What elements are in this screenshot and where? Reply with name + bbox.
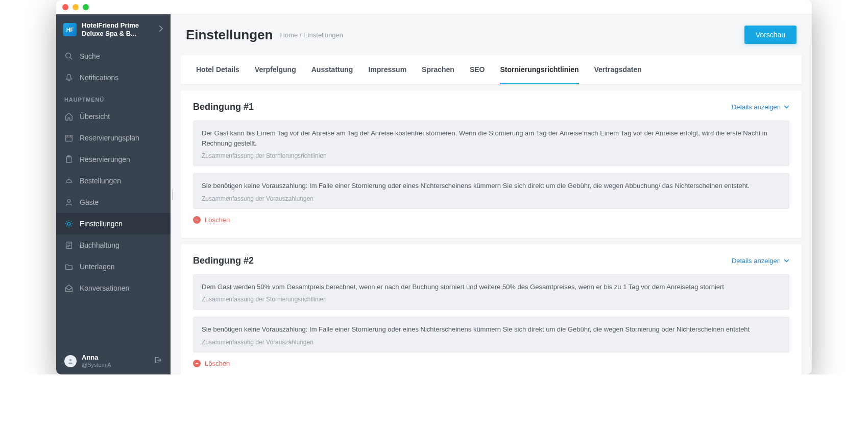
svg-point-4 <box>67 199 70 202</box>
svg-rect-2 <box>67 156 71 162</box>
page-header: Einstellungen Home / Einstellungen Vorsc… <box>171 14 812 49</box>
chevron-right-icon <box>158 25 163 34</box>
prepay-text: Sie benötigen keine Vorauszahlung: Im Fa… <box>202 181 781 191</box>
sidebar-item-conversations[interactable]: Konversationen <box>56 277 171 299</box>
crumb-home[interactable]: Home <box>280 31 298 39</box>
user-icon <box>64 198 74 207</box>
tab-sprachen[interactable]: Sprachen <box>422 55 454 84</box>
sidebar-item-orders[interactable]: Bestellungen <box>56 170 171 192</box>
tab-verpfelgung[interactable]: Verpfelgung <box>255 55 296 84</box>
user-name: Anna <box>82 353 148 362</box>
tabs: Hotel DetailsVerpfelgungAusstattungImpre… <box>181 55 802 84</box>
tab-hotel-details[interactable]: Hotel Details <box>196 55 239 84</box>
hotel-switcher[interactable]: HF HotelFriend Prime Deluxe Spa & B... <box>56 14 171 45</box>
condition-title: Bedingung #2 <box>193 255 254 266</box>
sidebar-item-documents[interactable]: Unterlagen <box>56 256 171 277</box>
sidebar-item-notifications[interactable]: Notifications <box>56 67 171 88</box>
sidebar: HF HotelFriend Prime Deluxe Spa & B... S… <box>56 14 171 374</box>
sidebar-item-label: Buchhaltung <box>80 241 119 249</box>
sidebar-item-guests[interactable]: Gäste <box>56 192 171 213</box>
tab-stornierungsrichtlinien[interactable]: Stornierungsrichtlinien <box>500 55 578 84</box>
sidebar-item-label: Reservierungsplan <box>80 134 139 142</box>
tab-seo[interactable]: SEO <box>470 55 485 84</box>
sidebar-item-label: Notifications <box>80 74 118 82</box>
breadcrumb: Home / Einstellungen <box>280 31 343 39</box>
zoom-dot[interactable] <box>83 4 89 10</box>
chevron-down-icon <box>784 104 789 110</box>
receipt-icon <box>64 241 74 250</box>
logout-icon[interactable] <box>153 356 162 367</box>
page-title: Einstellungen <box>186 27 273 43</box>
condition-card: Bedingung #1 Details anzeigen Der Gast k… <box>181 90 802 238</box>
prepay-summary: Sie benötigen keine Vorauszahlung: Im Fa… <box>193 173 789 209</box>
hotel-logo: HF <box>63 23 77 36</box>
minimize-dot[interactable] <box>73 4 79 10</box>
sidebar-item-label: Unterlagen <box>80 263 115 271</box>
tabs-card: Hotel DetailsVerpfelgungAusstattungImpre… <box>181 55 802 84</box>
prepay-caption: Zusammenfassung der Vorauszahlungen <box>202 339 781 346</box>
sidebar-resize-handle[interactable] <box>171 187 174 202</box>
prepay-caption: Zusammenfassung der Vorauszahlungen <box>202 195 781 202</box>
sidebar-item-label: Gäste <box>80 198 99 206</box>
policy-text: Dem Gast werden 50% vom Gesamtpreis bere… <box>202 282 781 292</box>
minus-circle-icon: – <box>193 360 201 367</box>
policy-caption: Zusammenfassung der Stornierungsrichtlin… <box>202 296 781 303</box>
window-controls <box>62 4 89 10</box>
close-dot[interactable] <box>62 4 68 10</box>
chevron-down-icon <box>784 258 789 264</box>
sidebar-item-search[interactable]: Suche <box>56 45 171 67</box>
sidebar-item-reservations[interactable]: Reservierungen <box>56 149 171 170</box>
delete-button[interactable]: – Löschen <box>193 216 789 224</box>
clipboard-icon <box>64 155 74 164</box>
tab-ausstattung[interactable]: Ausstattung <box>311 55 353 84</box>
sidebar-item-reservationplan[interactable]: Reservierungsplan <box>56 127 171 149</box>
sidebar-footer: Anna @System A <box>56 347 171 374</box>
prepay-text: Sie benötigen keine Vorauszahlung: Im Fa… <box>202 324 781 335</box>
folder-icon <box>64 262 74 271</box>
policy-text: Der Gast kann bis Einem Tag vor der Anre… <box>202 128 781 148</box>
main-content: Einstellungen Home / Einstellungen Vorsc… <box>171 14 812 374</box>
sidebar-item-label: Suche <box>80 52 100 60</box>
crumb-current: Einstellungen <box>303 31 343 39</box>
tab-impressum[interactable]: Impressum <box>368 55 406 84</box>
sidebar-item-overview[interactable]: Übersicht <box>56 106 171 127</box>
app-window: HF HotelFriend Prime Deluxe Spa & B... S… <box>56 0 812 374</box>
delete-button[interactable]: – Löschen <box>193 360 789 367</box>
cloche-icon <box>64 176 74 185</box>
hotel-name: HotelFriend Prime Deluxe Spa & B... <box>82 21 153 38</box>
policy-caption: Zusammenfassung der Stornierungsrichtlin… <box>202 152 781 159</box>
policy-summary: Dem Gast werden 50% vom Gesamtpreis bere… <box>193 274 789 310</box>
search-icon <box>64 52 74 61</box>
policy-summary: Der Gast kann bis Einem Tag vor der Anre… <box>193 121 789 166</box>
minus-circle-icon: – <box>193 216 201 224</box>
app-body: HF HotelFriend Prime Deluxe Spa & B... S… <box>56 14 812 374</box>
conditions-list: Bedingung #1 Details anzeigen Der Gast k… <box>171 84 812 374</box>
sidebar-item-label: Einstellungen <box>80 220 123 228</box>
condition-title: Bedingung #1 <box>193 102 254 112</box>
svg-rect-1 <box>66 135 73 141</box>
svg-point-7 <box>69 359 71 361</box>
home-icon <box>64 112 74 121</box>
sidebar-item-label: Bestellungen <box>80 177 121 185</box>
details-toggle[interactable]: Details anzeigen <box>732 103 789 111</box>
details-toggle[interactable]: Details anzeigen <box>732 257 789 265</box>
preview-button[interactable]: Vorschau <box>744 26 797 44</box>
condition-card: Bedingung #2 Details anzeigen Dem Gast w… <box>181 244 802 375</box>
bell-icon <box>64 73 74 82</box>
svg-point-5 <box>67 222 70 225</box>
sidebar-item-accounting[interactable]: Buchhaltung <box>56 234 171 256</box>
prepay-summary: Sie benötigen keine Vorauszahlung: Im Fa… <box>193 317 789 352</box>
user-role: @System A <box>82 362 148 368</box>
avatar[interactable] <box>64 355 77 367</box>
sidebar-section-label: HAUPTMENÜ <box>56 88 171 106</box>
chat-icon <box>64 284 74 293</box>
sidebar-item-label: Übersicht <box>80 112 110 121</box>
svg-point-0 <box>66 53 71 58</box>
gear-icon <box>64 219 74 228</box>
sidebar-item-settings[interactable]: Einstellungen <box>56 213 171 234</box>
tab-vertragsdaten[interactable]: Vertragsdaten <box>594 55 642 84</box>
user-meta: Anna @System A <box>82 353 148 368</box>
sidebar-item-label: Konversationen <box>80 284 129 292</box>
mac-titlebar <box>56 0 812 14</box>
sidebar-item-label: Reservierungen <box>80 155 130 163</box>
